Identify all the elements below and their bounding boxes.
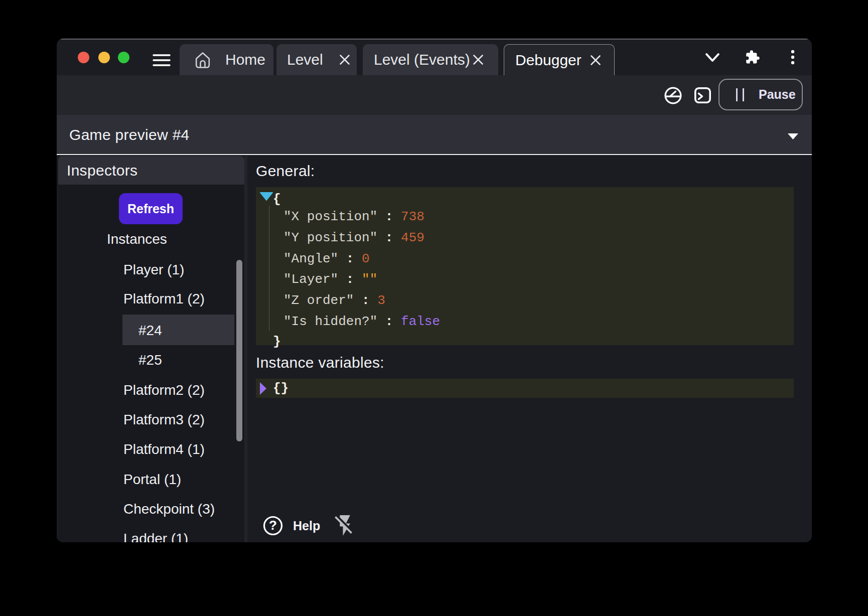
svg-text:?: ?	[269, 518, 277, 533]
